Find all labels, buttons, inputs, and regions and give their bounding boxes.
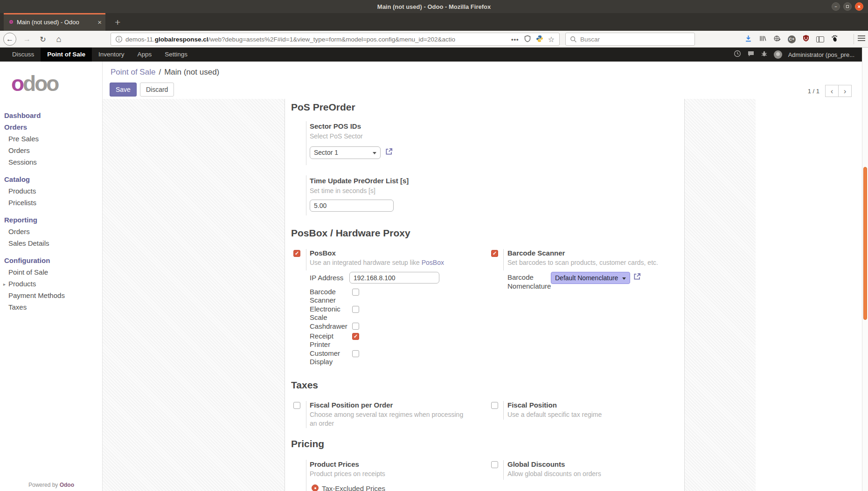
page-actions-icon[interactable]: ••• — [511, 36, 519, 43]
group-separator — [306, 460, 306, 491]
fiscal-position-checkbox[interactable] — [491, 402, 498, 409]
new-tab-button[interactable]: + — [111, 16, 124, 28]
sidebar-item-products[interactable]: Products — [0, 185, 102, 197]
fiscal-position-label: Fiscal Position — [507, 401, 557, 409]
sidebar-item-dashboard[interactable]: Dashboard — [0, 110, 102, 121]
maximize-button[interactable] — [843, 2, 852, 11]
fiscal-position-per-order-label: Fiscal Position per Order — [310, 401, 393, 409]
pager-next-button[interactable]: › — [838, 85, 852, 97]
device-cashdrawer-checkbox[interactable] — [352, 323, 359, 330]
sidebar-item-reporting-orders[interactable]: Orders — [0, 226, 102, 237]
sidebar-item-catalog[interactable]: Catalog — [0, 173, 102, 185]
main-content: Point of Sale/Main (not used) Save Disca… — [103, 62, 862, 491]
expand-caret-icon[interactable]: ▸ — [3, 280, 6, 289]
search-bar — [565, 33, 695, 46]
time-update-input[interactable] — [310, 200, 394, 212]
shield-icon[interactable] — [524, 35, 531, 44]
global-discounts-help: Allow global discounts on orders — [507, 470, 601, 478]
sidebar-item-reporting[interactable]: Reporting — [0, 214, 102, 226]
globe-edit-icon[interactable] — [773, 35, 781, 44]
activities-clock-icon[interactable] — [734, 50, 741, 59]
menu-discuss[interactable]: Discuss — [6, 48, 41, 62]
search-input[interactable] — [580, 36, 694, 43]
tab-close-icon[interactable]: × — [97, 19, 102, 26]
sector-select[interactable]: Sector 1 — [310, 146, 381, 159]
nomenclature-external-link-icon[interactable] — [633, 272, 641, 283]
browser-tab[interactable]: Main (not used) - Odoo × — [4, 13, 105, 31]
device-electronic-scale-label: Electronic Scale — [310, 305, 350, 322]
sidebar-item-orders-root[interactable]: Orders — [0, 121, 102, 133]
barcode-scanner-label: Barcode Scanner — [507, 249, 565, 257]
sidebar-item-config-products[interactable]: ▸Products — [0, 278, 102, 290]
sidebar-item-configuration[interactable]: Configuration — [0, 255, 102, 266]
gnome-foot-icon[interactable] — [831, 35, 839, 44]
device-customer-display-checkbox[interactable] — [352, 350, 359, 357]
user-menu[interactable]: Administrator (pos_pre... — [788, 51, 854, 58]
pager-value: 1 / 1 — [808, 88, 819, 95]
url-bar[interactable]: demos-11.globalresponse.cl/web?debug=ass… — [111, 33, 560, 46]
powered-by: Powered by Odoo — [0, 482, 103, 488]
url-text: demos-11.globalresponse.cl/web?debug=ass… — [125, 36, 511, 43]
group-separator — [306, 121, 306, 165]
posbox-help: Use an integrated hardware setup like Po… — [310, 258, 444, 267]
maximize-icon — [846, 5, 849, 8]
site-info-icon[interactable] — [115, 35, 123, 43]
messages-icon[interactable] — [747, 50, 755, 59]
menu-hamburger-icon[interactable] — [858, 35, 865, 41]
sidebar-item-point-of-sale[interactable]: Point of Sale — [0, 266, 102, 278]
user-avatar[interactable] — [774, 50, 782, 59]
back-button[interactable]: ← — [3, 33, 16, 46]
minimize-button[interactable]: – — [832, 2, 840, 11]
section-title-pricing: Pricing — [291, 438, 324, 450]
device-barcode-scanner-checkbox[interactable] — [352, 289, 359, 296]
group-separator — [306, 175, 306, 215]
save-button[interactable]: Save — [110, 83, 137, 97]
global-discounts-label: Global Discounts — [507, 460, 565, 469]
sidebar-item-pre-sales[interactable]: Pre Sales — [0, 133, 102, 145]
sector-external-link-icon[interactable] — [385, 147, 393, 158]
context-plus-icon[interactable]: C+ — [788, 35, 796, 43]
sidebars-icon[interactable] — [816, 36, 824, 42]
library-icon[interactable] — [759, 35, 767, 44]
sidebar-item-orders[interactable]: Orders — [0, 145, 102, 156]
barcode-nomenclature-select[interactable]: Default Nomenclature — [551, 272, 630, 284]
menu-settings[interactable]: Settings — [158, 48, 194, 62]
python-extension-icon[interactable] — [536, 35, 543, 44]
menu-inventory[interactable]: Inventory — [92, 48, 131, 62]
reload-button[interactable]: ↻ — [36, 33, 49, 46]
device-electronic-scale-checkbox[interactable] — [352, 306, 359, 313]
fiscal-position-per-order-checkbox[interactable] — [293, 402, 300, 409]
magnifier-icon — [570, 36, 577, 43]
sidebar-item-sales-details[interactable]: Sales Details — [0, 237, 102, 249]
discard-button[interactable]: Discard — [140, 83, 174, 97]
posbox-checkbox[interactable] — [293, 250, 300, 257]
download-icon[interactable] — [744, 35, 752, 44]
sector-pos-ids-label: Sector POS IDs — [310, 122, 361, 131]
barcode-scanner-checkbox[interactable] — [491, 250, 498, 257]
barcode-scanner-help: Set barcodes to scan products, customer … — [507, 258, 658, 267]
ip-address-input[interactable] — [349, 272, 439, 284]
forward-button[interactable]: → — [21, 33, 34, 46]
sidebar-item-pricelists[interactable]: Pricelists — [0, 197, 102, 208]
menu-apps[interactable]: Apps — [131, 48, 159, 62]
fiscal-position-per-order-help: Choose among several tax regimes when pr… — [310, 410, 471, 428]
group-separator — [503, 460, 504, 480]
page-scrollbar[interactable] — [862, 48, 868, 491]
menu-point-of-sale[interactable]: Point of Sale — [41, 48, 92, 62]
sidebar-item-payment-methods[interactable]: Payment Methods — [0, 290, 102, 301]
breadcrumb-parent-link[interactable]: Point of Sale — [111, 68, 155, 76]
device-receipt-printer-checkbox[interactable] — [352, 333, 359, 340]
home-button[interactable]: ⌂ — [52, 33, 65, 46]
ublock-icon[interactable] — [802, 35, 810, 44]
close-button[interactable]: × — [855, 2, 863, 11]
bookmark-star-icon[interactable]: ☆ — [548, 35, 555, 44]
sidebar-item-taxes[interactable]: Taxes — [0, 301, 102, 313]
tax-excluded-prices-radio[interactable] — [312, 484, 319, 491]
posbox-link[interactable]: PosBox — [422, 259, 444, 266]
sidebar-item-sessions[interactable]: Sessions — [0, 156, 102, 168]
global-discounts-checkbox[interactable] — [491, 461, 498, 468]
pager-previous-button[interactable]: ‹ — [825, 85, 839, 97]
scrollbar-thumb[interactable] — [863, 167, 867, 320]
odoo-link[interactable]: Odoo — [60, 482, 74, 488]
debug-bug-icon[interactable] — [761, 50, 768, 59]
